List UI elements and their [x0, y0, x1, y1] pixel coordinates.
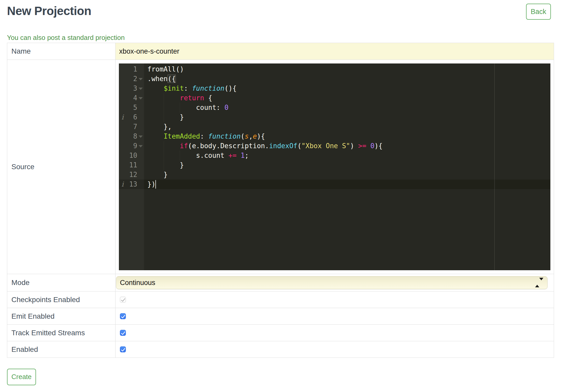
- line-number: 3: [133, 84, 137, 92]
- code-line: return {: [147, 93, 550, 103]
- code-line: }: [147, 160, 550, 170]
- indent-guide: [164, 103, 164, 112]
- gutter-line: 1: [119, 65, 144, 74]
- gutter-line: 8: [119, 132, 144, 141]
- indent-guide: [180, 151, 180, 160]
- line-number: 1: [133, 65, 137, 73]
- mode-select-wrap: Continuous: [116, 276, 548, 289]
- line-number: 11: [129, 161, 137, 169]
- line-number: 5: [133, 104, 137, 111]
- line-number: 10: [129, 152, 137, 159]
- name-input[interactable]: [116, 43, 554, 60]
- emit-row: Emit Enabled: [7, 308, 554, 325]
- new-projection-page: New Projection Back You can also post a …: [0, 4, 561, 385]
- create-button[interactable]: Create: [7, 369, 36, 385]
- code-line: fromAll(): [147, 65, 550, 74]
- track-checkbox[interactable]: [120, 330, 126, 336]
- enabled-checkbox[interactable]: [120, 346, 126, 352]
- track-label: Track Emitted Streams: [7, 325, 116, 341]
- line-number: 13: [129, 180, 137, 188]
- gutter-line: i6: [119, 112, 144, 122]
- checkpoints-checkbox: [120, 297, 126, 303]
- fold-icon[interactable]: [139, 145, 143, 147]
- enabled-label: Enabled: [7, 341, 116, 358]
- indent-guide: [164, 141, 164, 151]
- line-number: 7: [133, 123, 137, 131]
- line-number: 4: [133, 94, 137, 102]
- text-cursor: [155, 180, 156, 189]
- source-row: Source 12345i6789101112i13 fromAll().whe…: [7, 60, 554, 274]
- back-button[interactable]: Back: [526, 4, 551, 20]
- gutter-line: 10: [119, 151, 144, 160]
- gutter-line: 11: [119, 160, 144, 170]
- info-annotation-icon: i: [121, 112, 124, 122]
- indent-guide: [164, 112, 164, 122]
- gutter-line: 3: [119, 84, 144, 93]
- page-title: New Projection: [7, 4, 91, 18]
- line-number: 9: [133, 142, 137, 150]
- fold-icon[interactable]: [139, 88, 143, 90]
- fold-icon[interactable]: [139, 136, 143, 138]
- emit-label: Emit Enabled: [7, 308, 116, 325]
- line-number: 8: [133, 132, 137, 140]
- code-line: },: [147, 122, 550, 132]
- fold-icon[interactable]: [139, 97, 143, 99]
- gutter-line: 2: [119, 74, 144, 84]
- code-line: .when({: [147, 74, 550, 84]
- page-header: New Projection Back: [7, 4, 554, 20]
- mode-row: Mode Continuous: [7, 274, 554, 291]
- code-line: $init: function(){: [147, 84, 550, 93]
- name-row: Name: [7, 43, 554, 60]
- code-line: }: [147, 170, 550, 180]
- code-line: }): [147, 180, 550, 189]
- gutter-line: 4: [119, 93, 144, 103]
- info-annotation-icon: i: [121, 180, 124, 189]
- checkpoints-label: Checkpoints Enabled: [7, 291, 116, 308]
- mode-label: Mode: [7, 274, 116, 291]
- source-code-editor[interactable]: 12345i6789101112i13 fromAll().when({ $in…: [119, 63, 550, 270]
- indent-guide: [164, 93, 164, 103]
- line-number: 2: [133, 75, 137, 83]
- code-line: s.count += 1;: [147, 151, 550, 160]
- code-line: ItemAdded: function(s,e){: [147, 132, 550, 141]
- line-number: 12: [129, 171, 137, 179]
- name-label: Name: [7, 43, 116, 60]
- mode-select[interactable]: Continuous: [116, 276, 548, 289]
- projection-form-table: Name Source 12345i6789101112i13 fromAll(…: [7, 43, 554, 358]
- track-row: Track Emitted Streams: [7, 325, 554, 341]
- checkpoints-row: Checkpoints Enabled: [7, 291, 554, 308]
- standard-projection-link[interactable]: You can also post a standard projection: [7, 34, 125, 42]
- code-area: fromAll().when({ $init: function(){ retu…: [144, 63, 550, 270]
- code-line: if(e.body.Description.indexOf("Xbox One …: [147, 141, 550, 151]
- source-label: Source: [7, 60, 116, 274]
- indent-guide: [180, 103, 180, 112]
- gutter-line: 9: [119, 141, 144, 151]
- gutter-line: 12: [119, 170, 144, 180]
- gutter-line: i13: [119, 180, 144, 189]
- enabled-row: Enabled: [7, 341, 554, 358]
- line-number-gutter: 12345i6789101112i13: [119, 63, 144, 270]
- gutter-line: 5: [119, 103, 144, 112]
- indent-guide: [164, 151, 164, 160]
- gutter-line: 7: [119, 122, 144, 132]
- indent-guide: [164, 160, 164, 170]
- code-line: count: 0: [147, 103, 550, 112]
- line-number: 6: [133, 113, 137, 121]
- fold-icon[interactable]: [139, 78, 143, 80]
- emit-checkbox[interactable]: [120, 313, 126, 319]
- matching-bracket-highlight: [168, 75, 176, 83]
- code-line: }: [147, 112, 550, 122]
